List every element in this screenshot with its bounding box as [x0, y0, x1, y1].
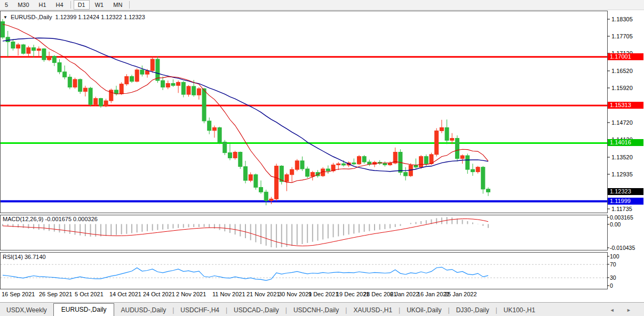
- date-tick: 5 Oct 2021: [75, 291, 104, 297]
- chart-tab-usdchf-h4[interactable]: USDCHF-,H4: [174, 304, 226, 316]
- chart-title-bar: ▼ EURUSD-,Daily 1.12399 1.12424 1.12322 …: [3, 14, 145, 20]
- date-tick: 30 Nov 2021: [279, 291, 312, 297]
- chart-tab-dj30-daily[interactable]: DJ30-,Daily: [450, 304, 496, 316]
- macd-label: MACD(12,26,9) -0.001675 0.000326: [3, 216, 98, 222]
- price-badge-1.11999: 1.11999: [608, 198, 643, 205]
- indicator-axis-tick: 0: [610, 282, 613, 289]
- indicator-axis-tick: 100: [610, 253, 619, 260]
- price-tick: 1.14720: [611, 119, 633, 126]
- trading-platform-window: { "toolbar": { "timeframes_left": ["5", …: [0, 0, 644, 316]
- chart-tab-uk100-h1[interactable]: UK100-,H1: [497, 304, 542, 316]
- ma-fast-line[interactable]: [3, 25, 488, 183]
- date-tick: 9 Dec 2021: [308, 291, 338, 297]
- indicator-axis-tick: 0.003165: [610, 214, 633, 221]
- tab-scroll-arrows[interactable]: ◄ ►: [610, 307, 644, 316]
- price-badge-1.15313: 1.15313: [608, 102, 643, 109]
- chart-tab-usdcnh-daily[interactable]: USDCNH-,Daily: [287, 304, 345, 316]
- date-tick: 14 Oct 2021: [109, 291, 141, 297]
- ma-slow-line[interactable]: [3, 38, 488, 172]
- chart-tab-bar: USDX,WeeklyEURUSD-,DailyAUDUSD-,Daily|US…: [0, 302, 644, 316]
- chart-dropdown-icon[interactable]: ▼: [3, 15, 7, 20]
- chart-tab-usdx-weekly[interactable]: USDX,Weekly: [0, 304, 53, 316]
- price-tick: 1.12935: [611, 171, 633, 177]
- price-tick: 1.18305: [611, 16, 633, 22]
- date-tick: 21 Nov 2021: [247, 291, 280, 297]
- price-badge-1.17001: 1.17001: [608, 53, 643, 60]
- chart-tab-xauusd-h1[interactable]: XAUUSD-,H1: [347, 304, 399, 316]
- date-tick: 25 Jan 2022: [444, 291, 477, 297]
- date-tick: 16 Sep 2021: [2, 291, 35, 297]
- date-tick: 11 Nov 2021: [212, 291, 245, 297]
- price-tick: 1.13520: [611, 154, 633, 160]
- date-tick: 26 Sep 2021: [39, 291, 72, 297]
- rsi-line: [3, 267, 488, 280]
- rsi-panel-border: [1, 253, 608, 289]
- price-tick: 1.11735: [611, 206, 632, 212]
- ohlc-readout: 1.12399 1.12424 1.12322 1.12323: [55, 14, 145, 20]
- date-tick: 24 Oct 2021: [143, 291, 175, 297]
- chart-canvas[interactable]: [0, 0, 644, 316]
- date-tick: 2 Nov 2021: [176, 291, 206, 297]
- chart-tab-eurusd-daily[interactable]: EURUSD-,Daily: [53, 303, 115, 316]
- indicator-axis-tick: 70: [610, 261, 616, 268]
- price-tick: 1.17705: [611, 33, 633, 39]
- chart-tab-usdcad-daily[interactable]: USDCAD-,Daily: [227, 304, 285, 316]
- price-tick: 1.15920: [611, 85, 633, 91]
- indicator-axis-tick: -0.010435: [610, 245, 635, 251]
- rsi-label: RSI(14) 36.7140: [3, 254, 46, 260]
- price-tick: 1.16520: [611, 68, 633, 74]
- price-badge-1.14016: 1.14016: [608, 139, 643, 146]
- indicator-axis-tick: 0.00: [610, 221, 621, 228]
- candlestick-series[interactable]: [1, 19, 490, 205]
- chart-tab-ukoil-daily[interactable]: UKOil-,Daily: [400, 304, 448, 316]
- price-badge-1.12323: 1.12323: [608, 188, 643, 195]
- chart-tab-audusd-daily[interactable]: AUDUSD-,Daily: [114, 304, 172, 316]
- main-panel-border: [1, 11, 608, 213]
- symbol-title: EURUSD-,Daily: [11, 14, 52, 20]
- indicator-axis-tick: 30: [610, 274, 616, 281]
- date-tick: 6 Jan 2022: [390, 291, 419, 297]
